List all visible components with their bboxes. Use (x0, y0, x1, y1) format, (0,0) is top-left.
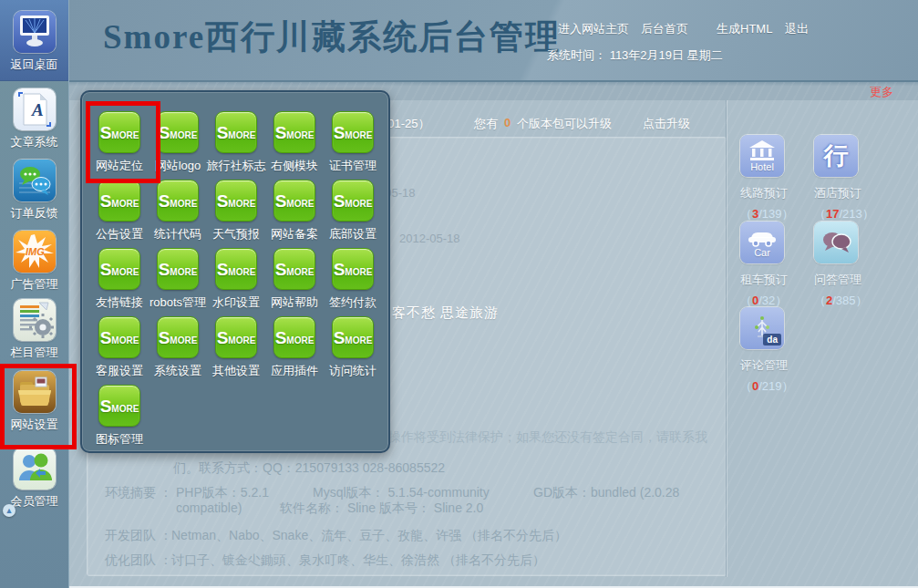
right-panel-item-qa-management[interactable]: 问答管理 （2/385） (814, 222, 887, 309)
right-panel-count: （2/385） (814, 293, 887, 309)
popup-tile-label: 网站logo (155, 158, 201, 174)
chat-bubbles-icon (14, 160, 56, 201)
popup-tile-friend-links[interactable]: SMORE友情链接 (90, 248, 149, 316)
right-panel-label: 租车预订 (740, 272, 813, 288)
popup-tile-robots-management[interactable]: SMORErobots管理 (149, 248, 207, 316)
nav-generate-html[interactable]: 生成HTML (717, 21, 772, 37)
right-panel-label: 酒店预订 (814, 185, 887, 201)
sidebar-item-order-feedback[interactable]: 订单反馈 (0, 160, 68, 222)
smore-brand-text: SMORE (159, 124, 198, 141)
smore-tile-icon: SMORE (215, 180, 257, 222)
popup-tile-site-positioning[interactable]: SMORE网站定位 (90, 111, 149, 180)
smore-tile-icon: SMORE (98, 316, 140, 358)
site-settings-popup: SMORE网站定位 SMORE网站logo SMORE旅行社标志 SMORE右侧… (80, 90, 390, 453)
nav-logout[interactable]: 退出 (785, 21, 809, 37)
count-open: （ (814, 294, 826, 307)
popup-tile-announcement-settings[interactable]: SMORE公告设置 (90, 180, 149, 248)
sidebar-item-article-system[interactable]: A 文章系统 (0, 88, 68, 150)
smore-brand-text: SMORE (159, 192, 198, 210)
sidebar-item-member-management[interactable]: 会员管理 (0, 448, 68, 510)
sidebar: 返回桌面 A 文章系统 订单反馈 IMG 广告管理 栏目管理 (0, 0, 69, 588)
popup-tile-label: 底部设置 (329, 226, 376, 242)
popup-tile-visit-stats[interactable]: SMORE访问统计 (324, 316, 382, 385)
popup-tile-site-icp[interactable]: SMORE网站备案 (265, 180, 324, 248)
popup-tile-label: 应用插件 (271, 363, 318, 379)
list-gear-icon (14, 299, 56, 341)
popup-tile-label: 水印设置 (212, 294, 260, 311)
popup-tile-system-settings[interactable]: SMORE系统设置 (149, 316, 207, 385)
count-total: /385） (832, 294, 867, 307)
hotel-icon-text: Hotel (750, 162, 774, 172)
xing-icon-text: 行 (824, 139, 849, 172)
smore-tile-icon: SMORE (273, 316, 315, 358)
popup-tile-watermark-settings[interactable]: SMORE水印设置 (207, 248, 265, 316)
contact-line: 们。联系方式：QQ：215079133 028-86085522 (173, 460, 445, 477)
more-link[interactable]: 更多 (870, 84, 893, 100)
smore-tile-icon: SMORE (157, 316, 199, 358)
popup-tile-label: 公告设置 (96, 226, 143, 242)
right-panel-item-route-booking[interactable]: Hotel 线路预订 （3/139） (740, 135, 813, 222)
smore-brand-text: SMORE (334, 329, 373, 346)
smore-tile-icon: SMORE (98, 111, 140, 153)
smore-brand-text: SMORE (275, 192, 315, 210)
popup-tile-travel-agency-mark[interactable]: SMORE旅行社标志 (207, 111, 265, 180)
opt-team-label: 优化团队 ： (105, 552, 172, 569)
svg-text:A: A (31, 100, 44, 119)
count-open: （ (740, 294, 752, 307)
popup-tile-site-logo[interactable]: SMORE网站logo (149, 111, 207, 180)
smore-brand-text: SMORE (217, 329, 256, 346)
opt-team-names: 讨口子、镀金尐鋤頭、泉水叮咚、华生、徐浩然 （排名不分先后） (171, 552, 545, 569)
smore-brand-text: SMORE (100, 329, 139, 346)
sidebar-item-column-management[interactable]: 栏目管理 (0, 299, 68, 361)
popup-tile-label: robots管理 (150, 294, 206, 311)
sidebar-item-label: 返回桌面 (0, 57, 68, 73)
popup-tile-icon-management[interactable]: SMORE图标管理 (90, 385, 149, 453)
members-people-icon (14, 448, 56, 490)
popup-tile-right-module[interactable]: SMORE右侧模块 (265, 111, 324, 180)
smore-tile-icon: SMORE (273, 180, 315, 222)
popup-tile-footer-settings[interactable]: SMORE底部设置 (324, 180, 382, 248)
right-panel-item-car-rental[interactable]: Car 租车预订 （0/32） (740, 222, 813, 309)
count-total: /32） (758, 294, 787, 307)
sidebar-collapse-button[interactable]: ▲ (3, 504, 15, 517)
smore-brand-text: SMORE (334, 124, 373, 141)
upgrade-text-prefix: 您有 (474, 116, 498, 132)
count-open: （ (740, 379, 752, 393)
comment-tree-icon: da (740, 307, 784, 349)
system-time-label: 系统时间： (547, 48, 606, 62)
sidebar-item-label: 文章系统 (0, 134, 68, 150)
popup-tile-site-help[interactable]: SMORE网站帮助 (265, 248, 324, 316)
nav-backend-home[interactable]: 后台首页 (641, 21, 688, 37)
popup-tile-contract-payment[interactable]: SMORE签约付款 (324, 248, 382, 316)
smore-brand-text: SMORE (334, 192, 373, 210)
count-open: （ (814, 207, 826, 221)
upgrade-link[interactable]: 点击升级 (643, 116, 690, 132)
env-gd-version: GD版本：bundled (2.0.28 (533, 485, 679, 501)
popup-tile-customer-service-settings[interactable]: SMORE客服设置 (90, 316, 149, 385)
env-line2-right: 软件名称： Sline 版本号： Sline 2.0 (280, 500, 483, 517)
sidebar-item-ads-management[interactable]: IMG 广告管理 (0, 231, 68, 293)
qa-chat-bubbles-icon (814, 222, 858, 263)
popup-tile-weather-forecast[interactable]: SMORE天气预报 (207, 180, 265, 248)
nav-enter-site-home[interactable]: 进入网站主页 (558, 21, 629, 37)
smore-tile-icon: SMORE (332, 111, 374, 153)
count-open: （ (740, 207, 752, 221)
env-mysql-version: Mysql版本： 5.1.54-community (313, 485, 490, 501)
right-panel-item-hotel-booking[interactable]: 行 酒店预订 （17/213） (814, 135, 887, 222)
smore-tile-icon: SMORE (215, 248, 257, 290)
smore-tile-icon: SMORE (273, 248, 315, 290)
popup-tile-stats-code[interactable]: SMORE统计代码 (149, 180, 207, 248)
popup-tile-other-settings[interactable]: SMORE其他设置 (207, 316, 265, 385)
smore-tile-icon: SMORE (98, 180, 140, 222)
popup-tile-certificate-management[interactable]: SMORE证书管理 (324, 111, 382, 180)
smore-tile-icon: SMORE (157, 111, 199, 153)
right-panel-item-comment-management[interactable]: da 评论管理 （0/219） (740, 307, 813, 395)
smore-brand-text: SMORE (100, 261, 139, 278)
smore-tile-icon: SMORE (332, 316, 374, 358)
popup-tile-grid: SMORE网站定位 SMORE网站logo SMORE旅行社标志 SMORE右侧… (90, 111, 388, 453)
count-total: /219） (758, 379, 793, 393)
popup-tile-app-plugins[interactable]: SMORE应用插件 (265, 316, 324, 385)
sidebar-item-site-settings[interactable]: 网站设置 (0, 371, 68, 433)
sidebar-item-return-desktop[interactable]: 返回桌面 (0, 11, 68, 73)
svg-text:IMG: IMG (26, 246, 45, 257)
